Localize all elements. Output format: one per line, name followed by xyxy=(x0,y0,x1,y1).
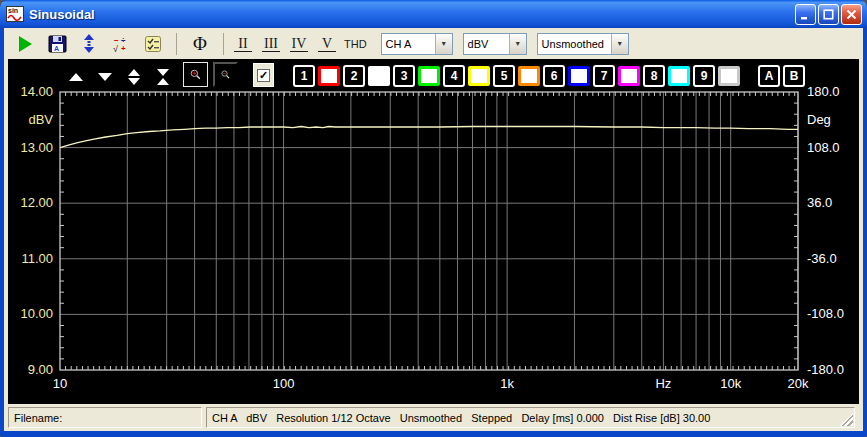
window-controls xyxy=(795,4,862,25)
thd-button[interactable]: THD xyxy=(342,32,371,56)
arrow-down-icon xyxy=(98,73,112,81)
scale-shift-controls xyxy=(68,68,171,86)
svg-text:dBV: dBV xyxy=(28,112,53,127)
curve-9-button[interactable]: 9 xyxy=(693,65,715,87)
phase-icon: Φ xyxy=(193,33,207,55)
shift-up-button[interactable] xyxy=(68,69,84,85)
curve-2-color-swatch[interactable] xyxy=(368,66,390,86)
measurement-info-panel: CH A dBV Resolution 1/12 Octave Unsmooth… xyxy=(206,407,855,428)
curve-8-color-swatch[interactable] xyxy=(668,66,690,86)
svg-text:36.0: 36.0 xyxy=(807,195,832,210)
curve-7-color-swatch[interactable] xyxy=(618,66,640,86)
curve-1-color-swatch[interactable] xyxy=(318,66,340,86)
math-icon: − ÷ √ + xyxy=(112,35,130,53)
curve-8-button[interactable]: 8 xyxy=(643,65,665,87)
thd-label: THD xyxy=(344,38,367,50)
checkmark-icon: ✓ xyxy=(257,69,270,82)
svg-text:9.00: 9.00 xyxy=(28,362,53,377)
chevron-down-icon[interactable]: ▼ xyxy=(509,34,526,54)
curve-5-button[interactable]: 5 xyxy=(493,65,515,87)
curve-3-color-swatch[interactable] xyxy=(418,66,440,86)
unit-dropdown-value: dBV xyxy=(464,34,492,54)
svg-text:+: + xyxy=(121,44,126,53)
filename-label: Filename: xyxy=(14,412,62,424)
curve-6-button[interactable]: 6 xyxy=(543,65,565,87)
curve-7-button[interactable]: 7 xyxy=(593,65,615,87)
minimize-button[interactable] xyxy=(795,4,816,25)
harmonic-2-button[interactable]: II xyxy=(234,36,252,52)
curve-2-button[interactable]: 2 xyxy=(343,65,365,87)
autoscale-icon xyxy=(82,34,96,53)
svg-text:100: 100 xyxy=(273,376,295,391)
svg-text:-108.0: -108.0 xyxy=(807,306,844,321)
curve-1-button[interactable]: 1 xyxy=(293,65,315,87)
curve-5-color-swatch[interactable] xyxy=(518,66,540,86)
compress-icon xyxy=(157,69,169,85)
window-title: Sinusoidal xyxy=(29,7,795,22)
chevron-down-icon[interactable]: ▼ xyxy=(611,34,628,54)
close-icon xyxy=(846,9,857,20)
math-operations-button[interactable]: − ÷ √ + xyxy=(108,32,134,56)
overlay-a-button[interactable]: A xyxy=(758,65,780,87)
svg-text:-36.0: -36.0 xyxy=(807,251,837,266)
smoothing-dropdown-value: Unsmoothed xyxy=(538,34,607,54)
resize-grip-icon[interactable] xyxy=(840,413,853,426)
compress-scale-button[interactable] xyxy=(155,68,171,86)
save-button[interactable]: A xyxy=(44,32,70,56)
curve-select-buttons: 123456789AB xyxy=(293,65,805,87)
maximize-button[interactable] xyxy=(818,4,839,25)
svg-text:A: A xyxy=(54,45,59,52)
svg-text:10k: 10k xyxy=(720,376,741,391)
curve-visible-checkbox[interactable]: ✓ xyxy=(253,63,274,87)
curve-9-color-swatch[interactable] xyxy=(718,66,740,86)
play-icon xyxy=(19,36,32,52)
phase-button[interactable]: Φ xyxy=(187,32,213,56)
svg-text:13.00: 13.00 xyxy=(20,140,53,155)
expand-scale-button[interactable] xyxy=(126,68,142,86)
minimize-icon xyxy=(800,9,811,20)
svg-text:180.0: 180.0 xyxy=(807,84,840,99)
app-window: sin Sinusoidal xyxy=(0,0,867,437)
svg-text:Hz: Hz xyxy=(655,376,671,391)
svg-text:14.00: 14.00 xyxy=(20,84,53,99)
arrow-up-icon xyxy=(69,73,83,81)
zoom-in-button[interactable] xyxy=(183,62,208,87)
svg-text:10: 10 xyxy=(53,376,67,391)
svg-text:sin: sin xyxy=(8,7,18,14)
zoom-out-icon xyxy=(221,65,230,84)
harmonic-3-button[interactable]: III xyxy=(262,36,280,52)
main-toolbar: A − ÷ √ + xyxy=(4,28,863,59)
shift-down-button[interactable] xyxy=(97,69,113,85)
curve-6-color-swatch[interactable] xyxy=(568,66,590,86)
floppy-save-icon: A xyxy=(48,35,67,53)
settings-checklist-button[interactable] xyxy=(140,32,166,56)
curve-4-color-swatch[interactable] xyxy=(468,66,490,86)
autoscale-button[interactable] xyxy=(76,32,102,56)
smoothing-dropdown[interactable]: Unsmoothed ▼ xyxy=(537,33,629,55)
checklist-icon xyxy=(144,35,162,53)
svg-text:10.00: 10.00 xyxy=(20,306,53,321)
zoom-out-button[interactable] xyxy=(213,62,238,87)
zoom-controls xyxy=(183,62,238,87)
harmonic-buttons: IIIIIIVV xyxy=(234,36,336,52)
chevron-down-icon[interactable]: ▼ xyxy=(435,34,452,54)
svg-text:11.00: 11.00 xyxy=(21,251,53,266)
svg-text:-180.0: -180.0 xyxy=(807,362,844,377)
harmonic-4-button[interactable]: IV xyxy=(290,36,308,52)
svg-text:12.00: 12.00 xyxy=(20,195,53,210)
curve-4-button[interactable]: 4 xyxy=(443,65,465,87)
svg-text:108.0: 108.0 xyxy=(807,140,840,155)
svg-text:20k: 20k xyxy=(788,376,809,391)
channel-dropdown[interactable]: CH A ▼ xyxy=(381,33,453,55)
response-curve xyxy=(60,127,798,148)
curve-3-button[interactable]: 3 xyxy=(393,65,415,87)
toolbar-separator xyxy=(176,33,177,55)
close-button[interactable] xyxy=(841,4,862,25)
harmonic-5-button[interactable]: V xyxy=(318,36,336,52)
overlay-b-button[interactable]: B xyxy=(783,65,805,87)
run-measurement-button[interactable] xyxy=(12,32,38,56)
zoom-in-icon xyxy=(190,65,201,84)
unit-dropdown[interactable]: dBV ▼ xyxy=(463,33,527,55)
titlebar[interactable]: sin Sinusoidal xyxy=(0,0,867,28)
svg-text:1k: 1k xyxy=(500,376,514,391)
